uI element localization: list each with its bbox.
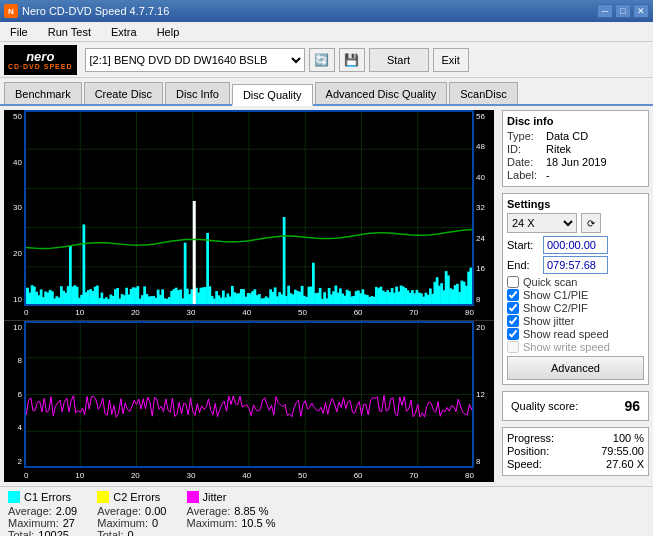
c2-maximum-label: Maximum: xyxy=(97,517,148,529)
bottom-chart-y-axis-left: 108642 xyxy=(4,321,24,468)
date-label: Date: xyxy=(507,156,542,168)
jitter-maximum-label: Maximum: xyxy=(187,517,238,529)
menu-bar: File Run Test Extra Help xyxy=(0,22,653,42)
show-c1-pie-label: Show C1/PIE xyxy=(523,289,588,301)
menu-run-test[interactable]: Run Test xyxy=(42,24,97,40)
progress-value: 100 % xyxy=(613,432,644,444)
date-value: 18 Jun 2019 xyxy=(546,156,607,168)
disc-label-value: - xyxy=(546,169,550,181)
start-label: Start: xyxy=(507,239,539,251)
menu-extra[interactable]: Extra xyxy=(105,24,143,40)
maximize-button[interactable]: □ xyxy=(615,4,631,18)
c1-average-label: Average: xyxy=(8,505,52,517)
tab-advanced-disc-quality[interactable]: Advanced Disc Quality xyxy=(315,82,448,104)
jitter-legend-label: Jitter xyxy=(203,491,227,503)
app-icon: N xyxy=(4,4,18,18)
tab-benchmark[interactable]: Benchmark xyxy=(4,82,82,104)
position-value: 79:55.00 xyxy=(601,445,644,457)
main-content: 5040302010 5648403224168 010203040506070… xyxy=(0,106,653,486)
menu-file[interactable]: File xyxy=(4,24,34,40)
quality-score-value: 96 xyxy=(624,398,640,414)
c2-average-label: Average: xyxy=(97,505,141,517)
show-read-speed-label: Show read speed xyxy=(523,328,609,340)
toolbar: nero CD·DVD SPEED [2:1] BENQ DVD DD DW16… xyxy=(0,42,653,78)
c1-maximum-label: Maximum: xyxy=(8,517,59,529)
drive-selector[interactable]: [2:1] BENQ DVD DD DW1640 BSLB xyxy=(85,48,305,72)
speed-value: 27.60 X xyxy=(606,458,644,470)
bottom-chart-y-axis-right: 20128 xyxy=(474,321,494,468)
c1-total-value: 10025 xyxy=(38,529,69,536)
show-jitter-label: Show jitter xyxy=(523,315,574,327)
jitter-stats: Jitter Average: 8.85 % Maximum: 10.5 % xyxy=(187,491,276,536)
type-value: Data CD xyxy=(546,130,588,142)
tab-scandisc[interactable]: ScanDisc xyxy=(449,82,517,104)
id-label: ID: xyxy=(507,143,542,155)
jitter-average-value: 8.85 % xyxy=(234,505,268,517)
show-c1-pie-checkbox[interactable] xyxy=(507,289,519,301)
jitter-maximum-value: 10.5 % xyxy=(241,517,275,529)
bottom-chart: 108642 20128 01020304050607080 xyxy=(4,321,494,482)
exit-button[interactable]: Exit xyxy=(433,48,469,72)
type-label: Type: xyxy=(507,130,542,142)
c2-maximum-value: 0 xyxy=(152,517,158,529)
quick-scan-checkbox[interactable] xyxy=(507,276,519,288)
id-value: Ritek xyxy=(546,143,571,155)
end-label: End: xyxy=(507,259,539,271)
disc-label-label: Label: xyxy=(507,169,542,181)
advanced-button[interactable]: Advanced xyxy=(507,356,644,380)
quality-score-panel: Quality score: 96 xyxy=(502,391,649,421)
window-title: Nero CD-DVD Speed 4.7.7.16 xyxy=(22,5,169,17)
stats-bar: C1 Errors Average: 2.09 Maximum: 27 Tota… xyxy=(0,486,653,536)
c1-average-value: 2.09 xyxy=(56,505,77,517)
menu-help[interactable]: Help xyxy=(151,24,186,40)
progress-panel: Progress: 100 % Position: 79:55.00 Speed… xyxy=(502,427,649,476)
settings-title: Settings xyxy=(507,198,644,210)
title-bar: N Nero CD-DVD Speed 4.7.7.16 ─ □ ✕ xyxy=(0,0,653,22)
speed-label: Speed: xyxy=(507,458,542,470)
c1-total-label: Total: xyxy=(8,529,34,536)
show-write-speed-checkbox xyxy=(507,341,519,353)
speed-selector[interactable]: 24 X Max 4 X 8 X 16 X 32 X 40 X 48 X xyxy=(507,213,577,233)
show-c2-pif-label: Show C2/PIF xyxy=(523,302,588,314)
end-time-input[interactable] xyxy=(543,256,608,274)
c2-legend-label: C2 Errors xyxy=(113,491,160,503)
tab-bar: Benchmark Create Disc Disc Info Disc Qua… xyxy=(0,78,653,106)
progress-label: Progress: xyxy=(507,432,554,444)
minimize-button[interactable]: ─ xyxy=(597,4,613,18)
right-panel: Disc info Type: Data CD ID: Ritek Date: … xyxy=(498,106,653,486)
c2-stats: C2 Errors Average: 0.00 Maximum: 0 Total… xyxy=(97,491,166,536)
top-chart-y-axis-left: 5040302010 xyxy=(4,110,24,306)
c1-maximum-value: 27 xyxy=(63,517,75,529)
c1-legend-label: C1 Errors xyxy=(24,491,71,503)
jitter-legend-color xyxy=(187,491,199,503)
refresh-icon[interactable]: 🔄 xyxy=(309,48,335,72)
disc-info-title: Disc info xyxy=(507,115,644,127)
top-chart-y-axis-right: 5648403224168 xyxy=(474,110,494,306)
bottom-chart-canvas xyxy=(24,321,474,468)
tab-disc-info[interactable]: Disc Info xyxy=(165,82,230,104)
show-read-speed-checkbox[interactable] xyxy=(507,328,519,340)
close-button[interactable]: ✕ xyxy=(633,4,649,18)
c2-total-label: Total: xyxy=(97,529,123,536)
chart-area: 5040302010 5648403224168 010203040506070… xyxy=(4,110,494,482)
top-chart: 5040302010 5648403224168 010203040506070… xyxy=(4,110,494,321)
tab-disc-quality[interactable]: Disc Quality xyxy=(232,84,313,106)
quality-score-label: Quality score: xyxy=(511,400,578,412)
position-label: Position: xyxy=(507,445,549,457)
speed-icon[interactable]: ⟳ xyxy=(581,213,601,233)
top-chart-x-axis: 01020304050607080 xyxy=(4,306,494,320)
save-icon[interactable]: 💾 xyxy=(339,48,365,72)
show-write-speed-label: Show write speed xyxy=(523,341,610,353)
show-jitter-checkbox[interactable] xyxy=(507,315,519,327)
c2-legend-color xyxy=(97,491,109,503)
start-time-input[interactable] xyxy=(543,236,608,254)
tab-create-disc[interactable]: Create Disc xyxy=(84,82,163,104)
c2-average-value: 0.00 xyxy=(145,505,166,517)
bottom-chart-x-axis: 01020304050607080 xyxy=(4,468,494,482)
settings-panel: Settings 24 X Max 4 X 8 X 16 X 32 X 40 X… xyxy=(502,193,649,385)
show-c2-pif-checkbox[interactable] xyxy=(507,302,519,314)
quick-scan-label: Quick scan xyxy=(523,276,577,288)
disc-info-panel: Disc info Type: Data CD ID: Ritek Date: … xyxy=(502,110,649,187)
start-button[interactable]: Start xyxy=(369,48,429,72)
top-chart-canvas xyxy=(24,110,474,306)
